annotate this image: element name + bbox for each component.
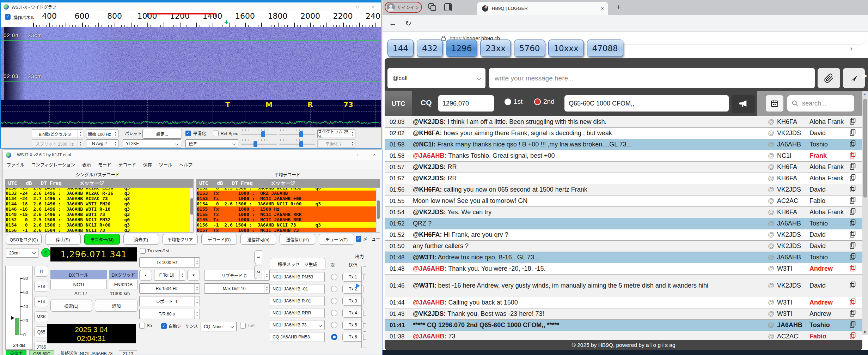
log-row[interactable]: 01:41 ***** CQ 1296.070 2nd Q65-60C 1000… bbox=[385, 320, 862, 331]
maximize-icon[interactable]: □ bbox=[350, 2, 365, 11]
log-row[interactable]: 01:48 @JA6AHB: Thank you. You were -20, … bbox=[385, 263, 862, 275]
log-row[interactable]: 02:03 @VK2JDS: I think I am off a little… bbox=[385, 116, 862, 128]
log-row[interactable]: 02:02 @KH6FA: hows your aiming there Fra… bbox=[385, 128, 862, 139]
next-radio[interactable] bbox=[331, 310, 337, 316]
send-tx-button[interactable]: Tx 4 bbox=[342, 309, 363, 318]
decode-row[interactable]: 0156 -1 2.6 1504 : JA6AHB NC1I 73 q3 bbox=[197, 222, 380, 228]
band-button[interactable]: 10xxx bbox=[548, 40, 583, 57]
single-decode-panel[interactable]: 0130 -25 2.6 1496 : JA6AHB AC2AC EL50 q3… bbox=[5, 187, 194, 233]
band-button[interactable]: 23xx bbox=[480, 40, 511, 57]
decode-row[interactable]: 0130 -25 2.6 1496 : JA6AHB AC2AC EL50 q3 bbox=[6, 187, 193, 191]
spectrum-percent-spinner[interactable]: スペクトラム 25 %▲▼ bbox=[317, 130, 355, 138]
decode-row[interactable]: 0157 Tx 1000 : NC1I JA6AHB 73 bbox=[197, 228, 380, 233]
sidebar-icon[interactable] bbox=[444, 3, 452, 11]
band-button[interactable]: 144 bbox=[387, 40, 414, 57]
menu-item[interactable]: コンフィグレーション bbox=[31, 161, 75, 168]
output-slider[interactable] bbox=[361, 266, 362, 348]
mode-button[interactable]: FT4 bbox=[34, 296, 48, 307]
log-row[interactable]: 01:48 @W3TI: Andrew tnx nice qso, B-16..… bbox=[385, 252, 862, 263]
calendar-button[interactable] bbox=[766, 95, 783, 112]
copy-icon[interactable] bbox=[849, 230, 862, 240]
copy-icon[interactable] bbox=[849, 241, 862, 251]
mode-button[interactable]: MSK bbox=[34, 311, 48, 322]
log-row[interactable]: 01:54 @VK2JDS: Yes. We can try @ KH6FA A… bbox=[385, 207, 862, 218]
expand-chevron[interactable]: > bbox=[861, 71, 867, 82]
attach-button[interactable] bbox=[818, 68, 840, 88]
copy-icon[interactable] bbox=[849, 174, 862, 183]
decode-scrollbar[interactable] bbox=[190, 188, 193, 232]
log-row[interactable]: 01:52 QRZ ? @ JA6AHB Toshio bbox=[385, 218, 862, 229]
decode-row[interactable]: 0153 Tx 1000 : NC1I JA6AHB +00 bbox=[197, 196, 380, 201]
workspaces-icon[interactable] bbox=[428, 3, 437, 12]
action-button[interactable]: 平均をクリア bbox=[163, 234, 198, 245]
menu-item[interactable]: 保存 bbox=[143, 161, 152, 168]
menu-item[interactable]: 表示 bbox=[82, 161, 91, 168]
decode-row[interactable]: 0132 -24 2.6 1496 : JA6AHB AC2AC R-16 q3 bbox=[6, 191, 193, 196]
copy-icon[interactable] bbox=[849, 128, 862, 138]
menu-item[interactable]: ファイル bbox=[7, 161, 24, 168]
tx-message-field[interactable]: NC1I JA6AHB 73 bbox=[270, 320, 325, 330]
log-row[interactable]: 01:58 @JA6AHB: Thanks Toshio. Great sign… bbox=[385, 150, 862, 162]
next-radio[interactable] bbox=[331, 334, 337, 340]
copy-icon[interactable] bbox=[849, 207, 862, 217]
tx6-checkbox[interactable] bbox=[240, 323, 246, 329]
decode-row[interactable]: 0148 -15 2.6 1496 : JA6AHB W3TI 73 q3 bbox=[6, 212, 193, 217]
decode-scrollbar[interactable] bbox=[376, 188, 380, 232]
next-radio[interactable] bbox=[331, 286, 337, 292]
copy-icon[interactable] bbox=[849, 298, 862, 308]
mode-button[interactable]: Q65 bbox=[34, 326, 48, 337]
copy-icon[interactable] bbox=[849, 185, 862, 195]
freq-down-button[interactable]: ▼ bbox=[187, 270, 200, 281]
log-row[interactable]: 01:55 Moon low now! See you all tomorow!… bbox=[385, 195, 862, 207]
profile-button[interactable]: サインイン bbox=[385, 2, 422, 13]
cq-message-input[interactable] bbox=[564, 95, 729, 112]
next-radio[interactable] bbox=[331, 298, 337, 304]
mode-button[interactable]: FT8 bbox=[34, 281, 48, 292]
tx-message-field[interactable]: NC1I JA6AHB RRR bbox=[270, 308, 325, 318]
action-button[interactable]: QSOをログ(Q) bbox=[6, 234, 42, 245]
copy-icon[interactable] bbox=[849, 264, 862, 274]
copy-icon[interactable] bbox=[849, 219, 862, 229]
tx-message-field[interactable]: NC1I JA6AHB -01 bbox=[270, 284, 325, 294]
action-button[interactable]: チューン(T) bbox=[319, 234, 354, 245]
search-box[interactable] bbox=[787, 95, 854, 112]
tx-message-field[interactable]: NC1I JA6AHB R-01 bbox=[270, 296, 325, 306]
band-button[interactable]: 5760 bbox=[514, 40, 545, 57]
add-button[interactable]: 追加 bbox=[95, 300, 138, 312]
first-radio[interactable]: 1st bbox=[505, 98, 522, 106]
menu-item[interactable]: モード bbox=[98, 161, 111, 168]
page-scrollbar[interactable]: ▲ ▼ bbox=[862, 91, 868, 335]
max-drift-spinner[interactable]: Max Drift 10▲▼ bbox=[204, 283, 270, 294]
copy-icon[interactable] bbox=[849, 151, 862, 161]
rx-freq-spinner[interactable]: Rx 1504 Hz▲▼ bbox=[139, 283, 200, 294]
menu-item[interactable]: ヘルプ bbox=[179, 161, 192, 168]
decode-row[interactable]: 0146 -16 2.6 1496 : JA6AHB W3TI R-18 q3 bbox=[6, 206, 193, 212]
log-row[interactable]: 01:43 @VK2JDS: Thank you. Best was -23 h… bbox=[385, 308, 862, 320]
maximize-icon[interactable]: □ bbox=[351, 151, 367, 159]
chat-message-input[interactable] bbox=[489, 68, 815, 88]
close-icon[interactable]: × bbox=[367, 151, 382, 159]
spectrum-panel[interactable]: TMR73 bbox=[1, 100, 381, 127]
lookup-button[interactable]: 検索(L) bbox=[50, 300, 92, 312]
decode-row[interactable]: 0152 0 2.5 1508 : JA6AHB NC1I FN32 q0 bbox=[197, 187, 380, 191]
decode-row[interactable]: 0155 Tx 1000 : NC1I JA6AHB RRR bbox=[197, 217, 380, 222]
copy-icon[interactable] bbox=[849, 281, 862, 291]
call-select[interactable]: @call bbox=[387, 68, 485, 88]
second-radio[interactable]: 2nd bbox=[534, 98, 555, 106]
main-titlebar[interactable]: WSJT-X v2.6.1 by K1JT et al. ─ □ × bbox=[3, 150, 382, 160]
decode-row[interactable]: 0155 Tx 1000 : 1500 Hz bbox=[197, 206, 380, 212]
dx-grid-field[interactable]: FN32OB bbox=[109, 280, 138, 289]
mode-button[interactable]: H bbox=[34, 266, 48, 277]
log-row[interactable]: 01:56 @KH6FA: calling you now on 065 sec… bbox=[385, 184, 862, 195]
sh-checkbox[interactable] bbox=[139, 323, 145, 329]
band-button[interactable]: 1296 bbox=[446, 40, 477, 57]
scroll-down-icon[interactable]: ▼ bbox=[863, 330, 867, 334]
send-tx-button[interactable]: Tx 6 bbox=[342, 333, 363, 342]
log-row[interactable]: 01:50 any further callers ? @ VK2JDS Dav… bbox=[385, 241, 862, 252]
log-row[interactable]: 01:58 @NC1I: Frank many thanks nice qso … bbox=[385, 139, 862, 150]
copy-icon[interactable] bbox=[849, 320, 862, 330]
decode-row[interactable]: 0152 0 2.5 1508 : JA6AHB NC1I FN32 q0 bbox=[6, 217, 193, 222]
send-tx-button[interactable]: Tx 1 bbox=[342, 273, 363, 282]
control-panel-checkbox[interactable] bbox=[5, 14, 11, 20]
visibility-eye-icon[interactable]: ◑ bbox=[849, 44, 853, 53]
